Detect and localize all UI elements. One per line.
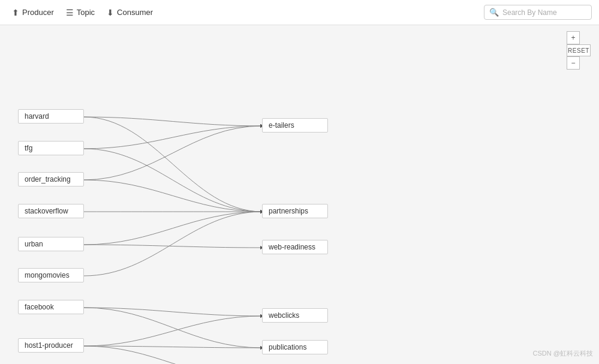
consumer-node-partnerships[interactable]: partnerships [262,204,328,218]
edge-tfg-e-tailers [84,126,262,149]
edge-urban-partnerships [84,212,262,245]
producer-node-order_tracking[interactable]: order_tracking [18,172,84,186]
producer-node-host1-producer[interactable]: host1-producer [18,338,84,353]
zoom-reset-button[interactable]: RESET [567,44,591,56]
edge-tfg-partnerships [84,149,262,212]
canvas: + RESET − harvardtfgorder_trackingstacko… [0,25,599,364]
search-box: 🔍 [484,5,592,20]
consumer-button[interactable]: ⬇ Consumer [102,5,158,20]
toolbar: ⬆ Producer ☰ Topic ⬇ Consumer 🔍 [0,0,599,25]
watermark: CSDN @虹科云科技 [533,349,593,358]
topic-button[interactable]: ☰ Topic [61,5,100,20]
edge-harvard-e-tailers [84,117,262,126]
zoom-controls: + RESET − [567,31,591,70]
edge-mongomovies-partnerships [84,212,262,276]
zoom-in-button[interactable]: + [567,31,580,44]
consumer-node-web-readiness[interactable]: web-readiness [262,240,328,254]
consumer-node-e-tailers[interactable]: e-tailers [262,118,328,133]
producer-button[interactable]: ⬆ Producer [7,5,59,20]
search-input[interactable] [502,8,586,17]
download-icon: ⬇ [107,8,114,17]
edge-urban-web-readiness [84,245,262,248]
producer-node-harvard[interactable]: harvard [18,109,84,124]
producer-node-tfg[interactable]: tfg [18,141,84,155]
producer-node-stackoverflow[interactable]: stackoverflow [18,204,84,218]
edge-order_tracking-e-tailers [84,126,262,180]
consumer-node-publications[interactable]: publications [262,340,328,354]
producer-node-urban[interactable]: urban [18,237,84,251]
topic-label: Topic [77,8,95,17]
consumer-node-webclicks[interactable]: webclicks [262,308,328,323]
producer-label: Producer [22,8,54,17]
zoom-out-button[interactable]: − [567,56,580,70]
upload-icon: ⬆ [12,8,19,17]
list-icon: ☰ [66,8,74,17]
producer-node-mongomovies[interactable]: mongomovies [18,268,84,282]
edge-host1-producer-publications [84,346,262,348]
edge-facebook-webclicks [84,308,262,316]
edge-facebook-publications [84,308,262,348]
edge-host1-producer-asset_tracking [84,346,262,364]
edge-order_tracking-partnerships [84,180,262,212]
search-icon: 🔍 [489,8,499,17]
producer-node-facebook[interactable]: facebook [18,300,84,314]
edge-harvard-partnerships [84,117,262,212]
consumer-label: Consumer [117,8,153,17]
edge-host1-producer-webclicks [84,316,262,346]
